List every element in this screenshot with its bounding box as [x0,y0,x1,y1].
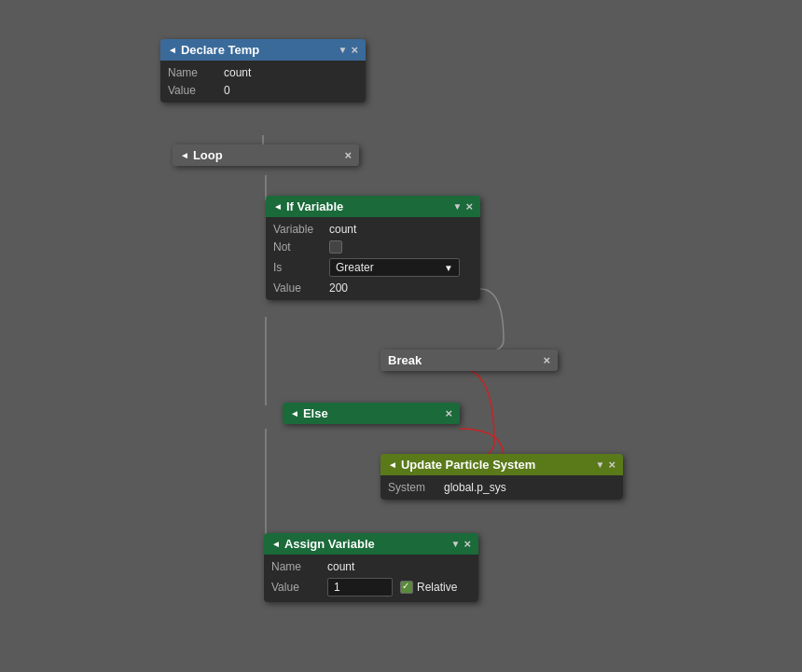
declare-temp-title: Declare Temp [181,43,339,57]
assign-variable-name-label: Name [271,560,327,573]
assign-variable-value-input[interactable] [327,578,393,597]
break-node: Break × [380,350,558,371]
declare-temp-collapse-icon: ◄ [168,45,177,55]
loop-collapse-icon: ◄ [180,150,189,160]
if-variable-variable-value: count [329,223,356,236]
if-variable-variable-row: Variable count [273,223,473,236]
assign-variable-dropdown-icon[interactable]: ▼ [451,539,461,549]
if-variable-variable-label: Variable [273,223,329,236]
loop-title: Loop [193,148,345,162]
update-particle-node: ◄ Update Particle System ▼ × System glob… [380,454,623,500]
declare-temp-value-label: Value [168,84,224,97]
if-variable-dropdown-icon[interactable]: ▼ [453,201,463,212]
declare-temp-value-value: 0 [224,84,230,97]
if-variable-body: Variable count Not Is Greater ▼ Value 20… [266,217,480,300]
assign-variable-relative-label: Relative [417,581,457,594]
update-particle-close-button[interactable]: × [608,459,615,471]
update-particle-collapse-icon: ◄ [388,459,397,470]
else-collapse-icon: ◄ [290,408,299,418]
else-node: ◄ Else × [283,403,460,424]
loop-node: ◄ Loop × [173,144,359,166]
declare-temp-name-label: Name [168,66,224,79]
if-variable-close-button[interactable]: × [465,200,473,213]
assign-variable-name-value: count [327,560,354,573]
break-title: Break [388,353,543,367]
if-variable-not-checkbox[interactable] [329,240,342,254]
break-header[interactable]: Break × [380,350,558,371]
if-variable-collapse-icon: ◄ [273,201,283,212]
declare-temp-value-row: Value 0 [168,84,358,97]
declare-temp-dropdown-icon[interactable]: ▼ [339,45,348,55]
declare-temp-name-row: Name count [168,66,358,79]
assign-variable-close-button[interactable]: × [463,538,471,550]
else-close-button[interactable]: × [445,407,452,419]
if-variable-not-row: Not [273,240,473,254]
if-variable-is-dropdown[interactable]: Greater ▼ [329,258,460,277]
assign-variable-collapse-icon: ◄ [271,539,281,549]
update-particle-system-row: System global.p_sys [388,481,615,494]
assign-variable-header[interactable]: ◄ Assign Variable ▼ × [264,533,478,555]
declare-temp-body: Name count Value 0 [160,61,366,103]
else-header[interactable]: ◄ Else × [283,403,460,424]
update-particle-title: Update Particle System [401,458,596,472]
if-variable-value-value: 200 [329,281,348,295]
assign-variable-relative-checkbox[interactable] [400,581,413,594]
if-variable-is-value: Greater [336,261,374,274]
declare-temp-close-button[interactable]: × [351,44,358,56]
assign-variable-value-label: Value [271,581,327,594]
update-particle-header[interactable]: ◄ Update Particle System ▼ × [380,454,623,475]
assign-variable-title: Assign Variable [284,537,451,551]
if-variable-value-label: Value [273,281,329,295]
loop-close-button[interactable]: × [344,149,352,161]
assign-variable-node: ◄ Assign Variable ▼ × Name count Value R… [264,533,478,602]
declare-temp-node: ◄ Declare Temp ▼ × Name count Value 0 [160,39,366,103]
assign-variable-body: Name count Value Relative [264,555,478,602]
if-variable-is-label: Is [273,261,329,274]
if-variable-value-row: Value 200 [273,281,473,295]
loop-header[interactable]: ◄ Loop × [173,144,359,166]
if-variable-title: If Variable [286,199,453,213]
else-title: Else [303,406,446,420]
if-variable-is-dropdown-arrow: ▼ [444,263,453,273]
if-variable-not-label: Not [273,240,329,254]
update-particle-body: System global.p_sys [380,475,623,500]
if-variable-is-row: Is Greater ▼ [273,258,473,277]
assign-variable-value-row: Value Relative [271,578,471,597]
if-variable-node: ◄ If Variable ▼ × Variable count Not Is … [266,196,480,300]
if-variable-header[interactable]: ◄ If Variable ▼ × [266,196,480,217]
assign-variable-name-row: Name count [271,560,471,573]
update-particle-dropdown-icon[interactable]: ▼ [596,459,605,470]
declare-temp-name-value: count [224,66,251,79]
update-particle-system-value: global.p_sys [444,481,506,494]
update-particle-system-label: System [388,481,444,494]
declare-temp-header[interactable]: ◄ Declare Temp ▼ × [160,39,366,61]
break-close-button[interactable]: × [543,354,550,366]
